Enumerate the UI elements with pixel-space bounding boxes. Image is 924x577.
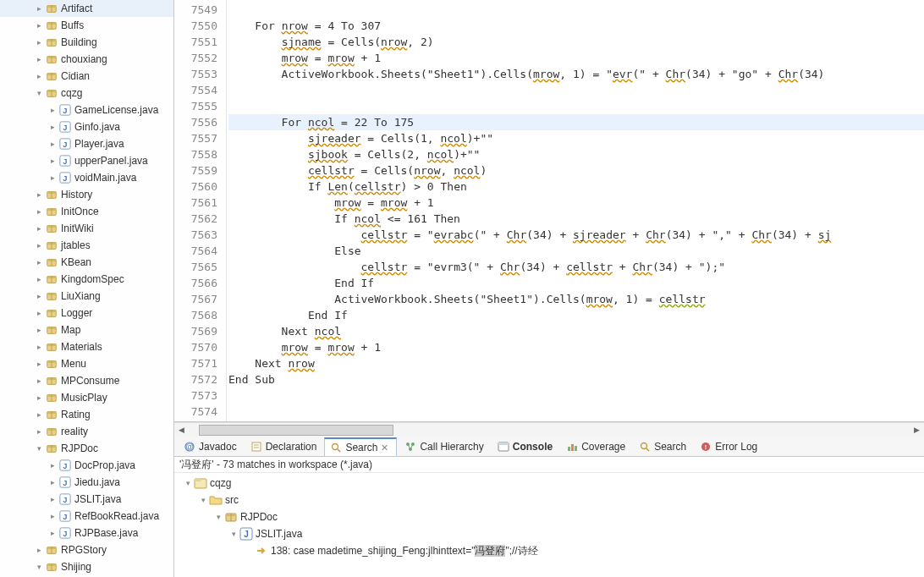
tree-item-chouxiang[interactable]: ▸chouxiang xyxy=(0,51,173,68)
code-line[interactable]: sjreader = Cells(1, ncol)+"" xyxy=(228,130,924,146)
code-line[interactable]: ActiveWorkbook.Sheets("Sheet1").Cells(mr… xyxy=(228,66,924,82)
tree-item-musicplay[interactable]: ▸MusicPlay xyxy=(0,389,173,406)
expand-twisty-icon[interactable]: ▸ xyxy=(34,20,44,30)
code-line[interactable]: mrow = mrow + 1 xyxy=(228,50,924,66)
expand-twisty-icon[interactable]: ▸ xyxy=(34,3,44,14)
expand-twisty-icon[interactable]: ▸ xyxy=(47,156,58,166)
expand-twisty-icon[interactable]: ▾ xyxy=(34,443,44,453)
editor-horizontal-scrollbar[interactable]: ◀ ▶ xyxy=(174,422,924,437)
tab-declaration[interactable]: Declaration xyxy=(245,437,323,456)
search-result-row[interactable]: ▾cqzg xyxy=(174,475,924,492)
tree-item-history[interactable]: ▸History xyxy=(0,186,173,203)
code-line[interactable]: sjbook = Cells(2, ncol)+"" xyxy=(228,146,924,162)
code-line[interactable] xyxy=(228,404,924,420)
tab-javadoc[interactable]: @Javadoc xyxy=(178,437,243,456)
code-line[interactable]: If ncol <= 161 Then xyxy=(228,211,924,227)
code-line[interactable]: For nrow = 4 To 307 xyxy=(228,18,924,34)
code-line[interactable]: End If xyxy=(228,307,924,323)
code-line[interactable]: mrow = mrow + 1 xyxy=(228,195,924,211)
code-line[interactable]: cellstr = Cells(nrow, ncol) xyxy=(228,162,924,179)
scroll-thumb[interactable] xyxy=(199,425,393,436)
tree-item-logger[interactable]: ▸Logger xyxy=(0,305,173,321)
code-line[interactable] xyxy=(228,2,924,18)
tree-item-initwiki[interactable]: ▸InitWiki xyxy=(0,220,173,237)
expand-twisty-icon[interactable]: ▸ xyxy=(34,342,44,352)
tree-item-voidmain-java[interactable]: ▸JvoidMain.java xyxy=(0,169,173,186)
code-line[interactable]: cellstr = "evrabc(" + Chr(34) + sjreader… xyxy=(228,227,924,243)
search-results-tree[interactable]: ▾cqzg▾src▾RJPDoc▾JJSLIT.java138: case ma… xyxy=(174,473,924,577)
code-line[interactable]: Next ncol xyxy=(228,323,924,339)
code-line[interactable]: End Sub xyxy=(228,371,924,387)
tree-item-cqzg[interactable]: ▾cqzg xyxy=(0,85,173,102)
tree-item-ginfo-java[interactable]: ▸JGinfo.java xyxy=(0,118,173,135)
expand-twisty-icon[interactable]: ▸ xyxy=(34,206,44,217)
tree-item-refbookread-java[interactable]: ▸JRefBookRead.java xyxy=(0,508,173,525)
close-icon[interactable]: ✕ xyxy=(381,442,391,453)
search-result-row[interactable]: ▾JJSLIT.java xyxy=(174,525,924,542)
tree-item-gamelicense-java[interactable]: ▸JGameLicense.java xyxy=(0,102,173,118)
expand-twisty-icon[interactable]: ▾ xyxy=(34,88,44,98)
tree-item-map[interactable]: ▸Map xyxy=(0,321,173,338)
search-result-row[interactable]: 138: case madetime_shijing_Feng:jlhintte… xyxy=(174,542,924,559)
tree-item-menu[interactable]: ▸Menu xyxy=(0,355,173,372)
expand-twisty-icon[interactable]: ▸ xyxy=(34,223,44,234)
tree-item-rjpbase-java[interactable]: ▸JRJPBase.java xyxy=(0,525,173,541)
scroll-track[interactable] xyxy=(189,424,910,437)
expand-twisty-icon[interactable]: ▸ xyxy=(34,190,44,200)
tree-item-building[interactable]: ▸Building xyxy=(0,34,173,51)
expand-twisty-icon[interactable]: ▸ xyxy=(34,291,44,301)
tree-item-artifact[interactable]: ▸Artifact xyxy=(0,0,173,17)
expand-twisty-icon[interactable]: ▾ xyxy=(228,529,239,539)
code-line[interactable]: End If xyxy=(228,275,924,291)
code-line[interactable] xyxy=(228,387,924,404)
expand-twisty-icon[interactable]: ▸ xyxy=(47,477,58,487)
tree-item-upperpanel-java[interactable]: ▸JupperPanel.java xyxy=(0,152,173,169)
expand-twisty-icon[interactable]: ▸ xyxy=(34,359,44,369)
tree-item-shijing[interactable]: ▾Shijing xyxy=(0,558,173,575)
tree-item-jslit-java[interactable]: ▸JJSLIT.java xyxy=(0,491,173,508)
code-line[interactable]: cellstr = "evrm3(" + Chr(34) + cellstr +… xyxy=(228,259,924,275)
scroll-right-button[interactable]: ▶ xyxy=(910,424,924,437)
tree-item-player-java[interactable]: ▸JPlayer.java xyxy=(0,135,173,152)
tree-item-mpconsume[interactable]: ▸MPConsume xyxy=(0,372,173,389)
search-result-row[interactable]: ▾RJPDoc xyxy=(174,508,924,525)
tab-error-log[interactable]: !Error Log xyxy=(694,437,763,456)
expand-twisty-icon[interactable]: ▾ xyxy=(198,495,208,505)
expand-twisty-icon[interactable]: ▸ xyxy=(34,240,44,250)
tree-item-reality[interactable]: ▸reality xyxy=(0,423,173,440)
tree-item-materials[interactable]: ▸Materials xyxy=(0,338,173,355)
tree-item-cidian[interactable]: ▸Cidian xyxy=(0,68,173,85)
scroll-left-button[interactable]: ◀ xyxy=(174,424,189,437)
code-line[interactable]: For ncol = 22 To 175 xyxy=(228,114,924,130)
expand-twisty-icon[interactable]: ▸ xyxy=(34,71,44,81)
tab-call-hierarchy[interactable]: Call Hierarchy xyxy=(399,437,489,456)
expand-twisty-icon[interactable]: ▸ xyxy=(34,393,44,403)
expand-twisty-icon[interactable]: ▸ xyxy=(47,528,58,538)
tree-item-docprop-java[interactable]: ▸JDocProp.java xyxy=(0,457,173,474)
expand-twisty-icon[interactable]: ▸ xyxy=(34,54,44,64)
code-line[interactable] xyxy=(228,98,924,114)
expand-twisty-icon[interactable]: ▸ xyxy=(47,173,58,183)
expand-twisty-icon[interactable]: ▸ xyxy=(47,105,58,115)
expand-twisty-icon[interactable]: ▸ xyxy=(34,274,44,284)
tree-item-rating[interactable]: ▸Rating xyxy=(0,406,173,423)
expand-twisty-icon[interactable]: ▸ xyxy=(34,37,44,47)
tree-item-jiedu-java[interactable]: ▸JJiedu.java xyxy=(0,474,173,491)
tree-item-kbean[interactable]: ▸KBean xyxy=(0,254,173,271)
code-line[interactable]: Else xyxy=(228,243,924,259)
expand-twisty-icon[interactable]: ▸ xyxy=(34,409,44,420)
tree-item-kingdomspec[interactable]: ▸KingdomSpec xyxy=(0,271,173,288)
tab-search[interactable]: Search xyxy=(633,437,692,456)
code-line[interactable]: mrow = mrow + 1 xyxy=(228,339,924,355)
expand-twisty-icon[interactable]: ▸ xyxy=(47,460,58,470)
code-line[interactable]: If Len(cellstr) > 0 Then xyxy=(228,179,924,195)
code-line[interactable]: delete first row xyxy=(228,420,924,421)
code-text[interactable]: For nrow = 4 To 307 sjname = Cells(nrow,… xyxy=(227,0,924,421)
tree-item-rpgstory[interactable]: ▸RPGStory xyxy=(0,541,173,558)
code-line[interactable]: Next nrow xyxy=(228,355,924,371)
code-line[interactable]: sjname = Cells(nrow, 2) xyxy=(228,34,924,50)
expand-twisty-icon[interactable]: ▸ xyxy=(34,325,44,335)
expand-twisty-icon[interactable]: ▾ xyxy=(34,562,44,572)
expand-twisty-icon[interactable]: ▸ xyxy=(34,426,44,437)
expand-twisty-icon[interactable]: ▸ xyxy=(47,122,58,132)
